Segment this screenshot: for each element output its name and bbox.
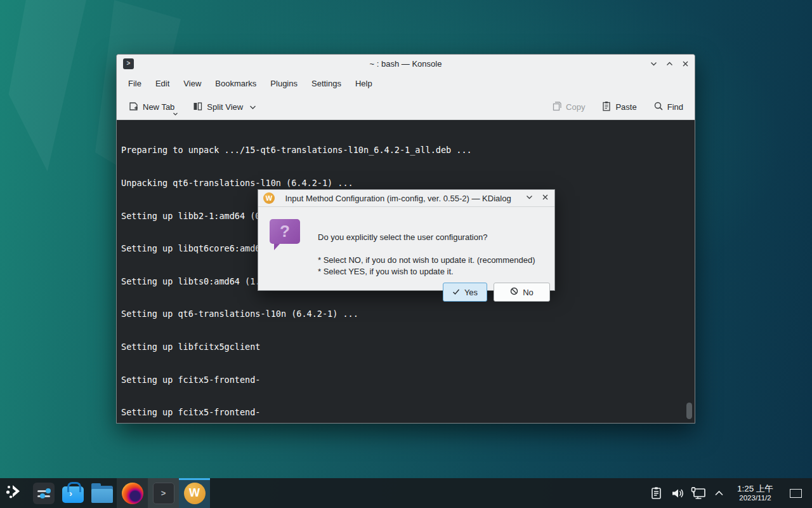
kdialog-close-icon[interactable] xyxy=(541,192,549,204)
kdialog-title: Input Method Configuration (im-config, v… xyxy=(277,194,519,203)
new-tab-dropdown-icon[interactable] xyxy=(173,109,178,118)
menu-help[interactable]: Help xyxy=(349,76,379,91)
copy-label: Copy xyxy=(566,102,585,112)
discover-icon xyxy=(62,483,84,504)
clock-time: 1:25 上午 xyxy=(737,484,773,494)
yes-button[interactable]: Yes xyxy=(443,283,487,302)
find-button[interactable]: Find xyxy=(648,97,688,117)
question-icon: ? xyxy=(270,219,300,250)
menu-bookmarks[interactable]: Bookmarks xyxy=(209,76,263,91)
new-tab-button[interactable]: New Tab xyxy=(123,97,180,117)
konsole-menubar: File Edit View Bookmarks Plugins Setting… xyxy=(117,72,695,95)
split-view-icon xyxy=(192,101,203,114)
new-tab-icon xyxy=(128,101,139,114)
no-button[interactable]: No xyxy=(494,283,550,302)
system-tray: 1:25 上午 2023/11/2 xyxy=(648,478,812,508)
maximize-icon[interactable] xyxy=(665,59,674,68)
terminal-line: Setting up fcitx5-frontend- xyxy=(121,375,692,385)
firefox-icon xyxy=(122,483,143,504)
taskbar: > W 1:25 上午 2023/11/2 xyxy=(0,478,812,508)
file-manager-button[interactable] xyxy=(88,478,117,508)
no-label: No xyxy=(523,288,534,297)
close-icon[interactable] xyxy=(681,59,690,68)
check-icon xyxy=(452,288,460,297)
terminal-line: Setting up fcitx5-frontend- xyxy=(121,407,692,418)
find-label: Find xyxy=(667,102,683,112)
volume-tray-icon[interactable] xyxy=(669,478,686,508)
folder-icon xyxy=(91,486,113,503)
terminal-line: Unpacking qt6-translations-l10n (6.4.2-1… xyxy=(121,178,692,189)
show-desktop-button[interactable] xyxy=(783,489,808,498)
paste-label: Paste xyxy=(615,102,636,112)
minimize-icon[interactable] xyxy=(649,59,658,68)
task-firefox[interactable] xyxy=(117,478,148,508)
menu-settings[interactable]: Settings xyxy=(305,76,348,91)
kdialog-window: W Input Method Configuration (im-config,… xyxy=(258,189,555,291)
copy-icon xyxy=(552,101,562,113)
kde-launcher-icon xyxy=(5,483,24,504)
dialog-note-no: * Select NO, if you do not wish to updat… xyxy=(318,255,535,265)
terminal-line: Preparing to unpack .../15-qt6-translati… xyxy=(121,145,692,156)
imconfig-task-icon: W xyxy=(184,483,206,504)
split-view-label: Split View xyxy=(207,102,243,112)
dialog-message: Do you explicitly select the user config… xyxy=(318,232,487,242)
app-launcher-button[interactable] xyxy=(0,478,29,508)
task-konsole[interactable]: > xyxy=(148,478,179,508)
split-view-button[interactable]: Split View xyxy=(187,97,261,117)
show-desktop-icon xyxy=(790,489,802,498)
new-tab-label: New Tab xyxy=(143,102,174,112)
search-icon xyxy=(653,101,664,113)
clock-date: 2023/11/2 xyxy=(737,494,773,502)
kdialog-more-icon[interactable] xyxy=(525,192,534,204)
dialog-note-yes: * Select YES, if you wish to update it. xyxy=(318,267,454,276)
imconfig-app-icon: W xyxy=(263,192,275,204)
discover-button[interactable] xyxy=(58,478,88,508)
copy-button[interactable]: Copy xyxy=(547,97,590,117)
tray-expand-icon[interactable] xyxy=(711,478,728,508)
yes-label: Yes xyxy=(464,288,478,297)
menu-edit[interactable]: Edit xyxy=(149,76,176,91)
kdialog-titlebar[interactable]: W Input Method Configuration (im-config,… xyxy=(258,190,554,207)
terminal-line: Setting up qt6-translations-l10n (6.4.2-… xyxy=(121,309,692,319)
split-view-dropdown-icon[interactable] xyxy=(249,102,256,112)
konsole-titlebar[interactable]: > ~ : bash — Konsole xyxy=(117,55,695,72)
digital-clock[interactable]: 1:25 上午 2023/11/2 xyxy=(732,484,778,502)
clipboard-tray-icon[interactable] xyxy=(648,478,665,508)
terminal-line: Setting up libfcitx5gclient xyxy=(121,342,692,352)
task-kdialog[interactable]: W xyxy=(179,478,210,508)
deny-icon xyxy=(510,287,518,297)
network-tray-icon[interactable] xyxy=(690,478,707,508)
terminal-scrollbar[interactable] xyxy=(686,403,692,419)
kdialog-body: ? Do you explicitly select the user conf… xyxy=(258,207,554,290)
system-settings-button[interactable] xyxy=(29,478,58,508)
window-title: ~ : bash — Konsole xyxy=(117,59,695,69)
system-settings-icon xyxy=(33,483,55,504)
konsole-toolbar: New Tab Split View Copy Paste xyxy=(117,95,695,120)
menu-view[interactable]: View xyxy=(177,76,207,91)
paste-button[interactable]: Paste xyxy=(596,97,641,117)
menu-plugins[interactable]: Plugins xyxy=(264,76,304,91)
konsole-task-icon: > xyxy=(153,483,174,504)
menu-file[interactable]: File xyxy=(122,76,148,91)
paste-icon xyxy=(601,101,612,113)
